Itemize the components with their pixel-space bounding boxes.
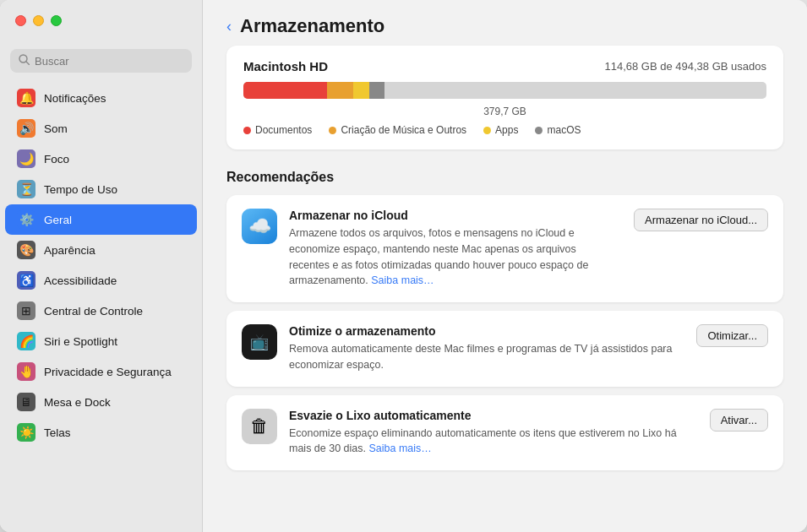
rec-card-icloud: ☁️ Armazenar no iCloud Armazene todos os…: [226, 195, 783, 302]
sidebar-icon-mesa-dock: 🖥: [17, 393, 35, 411]
rec-content-trash: Esvazie o Lixo automaticamente Economize…: [289, 409, 688, 458]
drive-name: Macintosh HD: [243, 59, 328, 73]
sidebar-label-central-controle: Central de Controle: [44, 305, 143, 318]
rec-content-icloud: Armazenar no iCloud Armazene todos os ar…: [289, 209, 612, 289]
rec-desc-trash: Economize espaço eliminando automaticame…: [289, 426, 688, 458]
sidebar-label-privacidade: Privacidade e Segurança: [44, 366, 172, 378]
sidebar-icon-aparencia: 🎨: [17, 241, 35, 259]
search-input[interactable]: [35, 55, 183, 68]
back-button[interactable]: ‹: [226, 19, 232, 34]
legend-item-macos: macOS: [535, 124, 581, 136]
main-header: ‹ Armazenamento: [203, 0, 807, 46]
sidebar-label-foco: Foco: [44, 153, 69, 166]
legend-label: macOS: [547, 124, 581, 136]
sidebar: 🔔 Notificações 🔊 Som 🌙 Foco ⏳ Tempo de U…: [0, 0, 203, 532]
sidebar-item-tempo-de-uso[interactable]: ⏳ Tempo de Uso: [5, 174, 197, 204]
sidebar-label-siri: Siri e Spotlight: [44, 335, 117, 348]
sidebar-icon-tempo-de-uso: ⏳: [17, 180, 35, 198]
legend-item-apps: Apps: [483, 124, 518, 136]
sidebar-item-foco[interactable]: 🌙 Foco: [5, 144, 197, 174]
rec-title-optimize: Otimize o armazenamento: [289, 324, 674, 338]
close-button[interactable]: [15, 15, 26, 26]
page-title: Armazenamento: [240, 15, 384, 37]
storage-remaining: 379,7 GB: [243, 106, 766, 117]
legend-item-documentos: Documentos: [243, 124, 312, 136]
rec-icon-trash: 🗑: [242, 409, 277, 444]
sidebar-label-acessibilidade: Acessibilidade: [44, 274, 117, 287]
bar-segment-criação-de-música-e-outros: [327, 82, 353, 99]
minimize-button[interactable]: [33, 15, 44, 26]
rec-title-icloud: Armazenar no iCloud: [289, 209, 612, 222]
rec-btn-icloud[interactable]: Armazenar no iCloud...: [634, 209, 768, 231]
sidebar-items-list: 🔔 Notificações 🔊 Som 🌙 Foco ⏳ Tempo de U…: [0, 83, 202, 448]
traffic-lights: [15, 15, 62, 26]
bar-segment-apps: [353, 82, 369, 99]
sidebar-label-aparencia: Aparência: [44, 244, 95, 257]
rec-btn-trash[interactable]: Ativar...: [710, 409, 768, 432]
sidebar-item-central-controle[interactable]: ⊞ Central de Controle: [5, 296, 197, 326]
sidebar-item-notificacoes[interactable]: 🔔 Notificações: [5, 83, 197, 113]
sidebar-icon-geral: ⚙️: [17, 210, 35, 229]
search-icon: [19, 53, 30, 68]
sidebar-icon-acessibilidade: ♿: [17, 271, 35, 290]
rec-desc-optimize: Remova automaticamente deste Mac filmes …: [289, 341, 674, 373]
sidebar-label-mesa-dock: Mesa e Dock: [44, 396, 111, 409]
rec-title-trash: Esvazie o Lixo automaticamente: [289, 409, 688, 422]
legend-label: Documentos: [255, 124, 312, 136]
rec-card-optimize: 📺 Otimize o armazenamento Remova automat…: [226, 311, 783, 387]
sidebar-icon-foco: 🌙: [17, 149, 35, 168]
sidebar-label-tempo-de-uso: Tempo de Uso: [44, 183, 117, 196]
storage-used-text: 114,68 GB de 494,38 GB usados: [604, 60, 766, 73]
main-content: ‹ Armazenamento Macintosh HD 114,68 GB d…: [203, 0, 807, 532]
legend-dot: [243, 127, 251, 134]
legend-dot: [483, 127, 491, 134]
legend-dot: [329, 127, 336, 134]
rec-action-icloud: Armazenar no iCloud...: [634, 209, 768, 231]
maximize-button[interactable]: [51, 15, 62, 26]
recommendations-title: Recomendações: [226, 170, 783, 185]
storage-bar: [243, 82, 766, 99]
legend-item-criação-de-música-e-outros: Criação de Música e Outros: [329, 124, 466, 136]
sidebar-icon-siri: 🌈: [17, 332, 35, 350]
sidebar-item-som[interactable]: 🔊 Som: [5, 113, 197, 144]
rec-link-trash[interactable]: Saiba mais…: [369, 442, 432, 454]
search-box[interactable]: [10, 49, 192, 73]
sidebar-label-geral: Geral: [44, 214, 72, 226]
storage-card: Macintosh HD 114,68 GB de 494,38 GB usad…: [226, 46, 783, 149]
recommendations-list: ☁️ Armazenar no iCloud Armazene todos os…: [226, 195, 783, 470]
rec-icon-optimize: 📺: [242, 324, 277, 360]
bar-segment-documentos: [243, 82, 327, 99]
svg-line-1: [26, 62, 30, 65]
content-area: Macintosh HD 114,68 GB de 494,38 GB usad…: [203, 46, 807, 532]
sidebar-icon-telas: ☀️: [17, 423, 35, 442]
rec-action-optimize: Otimizar...: [696, 324, 768, 347]
legend-label: Criação de Música e Outros: [341, 124, 466, 136]
sidebar-item-siri[interactable]: 🌈 Siri e Spotlight: [5, 326, 197, 356]
rec-desc-icloud: Armazene todos os arquivos, fotos e mens…: [289, 225, 612, 289]
rec-btn-optimize[interactable]: Otimizar...: [696, 324, 768, 347]
legend-dot: [535, 127, 543, 134]
rec-icon-icloud: ☁️: [242, 209, 277, 244]
sidebar-item-privacidade[interactable]: 🤚 Privacidade e Segurança: [5, 356, 197, 387]
rec-link-icloud[interactable]: Saiba mais…: [371, 274, 433, 286]
sidebar-label-som: Som: [44, 122, 68, 135]
sidebar-item-telas[interactable]: ☀️ Telas: [5, 417, 197, 448]
sidebar-label-notificacoes: Notificações: [44, 92, 106, 105]
sidebar-icon-privacidade: 🤚: [17, 362, 35, 381]
sidebar-item-mesa-dock[interactable]: 🖥 Mesa e Dock: [5, 387, 197, 417]
legend-label: Apps: [495, 124, 518, 136]
rec-card-trash: 🗑 Esvazie o Lixo automaticamente Economi…: [226, 395, 783, 471]
sidebar-item-aparencia[interactable]: 🎨 Aparência: [5, 235, 197, 265]
rec-action-trash: Ativar...: [710, 409, 768, 432]
main-window: 🔔 Notificações 🔊 Som 🌙 Foco ⏳ Tempo de U…: [0, 0, 807, 532]
sidebar-icon-som: 🔊: [17, 119, 35, 138]
sidebar-item-geral[interactable]: ⚙️ Geral: [5, 204, 197, 235]
sidebar-icon-notificacoes: 🔔: [17, 89, 35, 107]
sidebar-icon-central-controle: ⊞: [17, 301, 35, 320]
storage-legend: Documentos Criação de Música e Outros Ap…: [243, 124, 766, 136]
rec-content-optimize: Otimize o armazenamento Remova automatic…: [289, 324, 674, 373]
sidebar-item-acessibilidade[interactable]: ♿ Acessibilidade: [5, 265, 197, 296]
sidebar-label-telas: Telas: [44, 426, 71, 439]
bar-segment-macos: [369, 82, 385, 99]
